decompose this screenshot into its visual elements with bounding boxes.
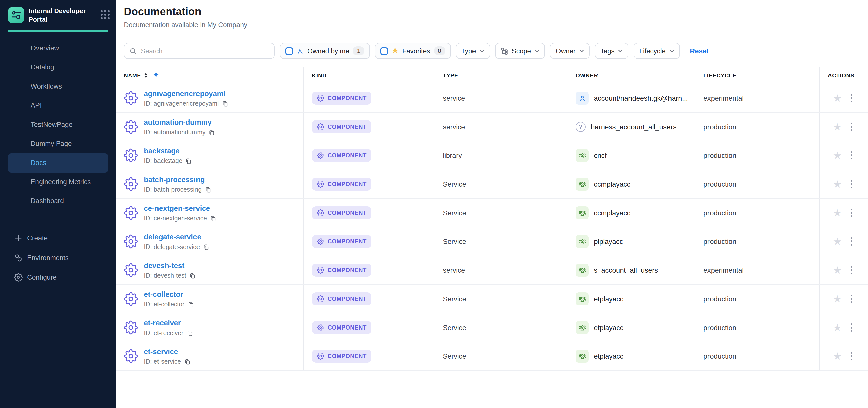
sort-icon[interactable] [145, 73, 148, 78]
entity-name-link[interactable]: devesh-test [144, 261, 184, 270]
entity-name-link[interactable]: automation-dummy [144, 118, 212, 126]
favorite-star-icon[interactable]: ★ [833, 93, 842, 103]
sidebar-item-create[interactable]: Create [0, 228, 116, 248]
entity-name-link[interactable]: batch-processing [144, 176, 205, 184]
kebab-menu-icon[interactable] [850, 351, 854, 362]
kebab-menu-icon[interactable] [850, 150, 854, 161]
entity-name-link[interactable]: ce-nextgen-service [144, 204, 210, 212]
owned-by-me-filter[interactable]: Owned by me 1 [280, 43, 370, 59]
kind-label: COMPONENT [328, 210, 367, 216]
favorite-star-icon[interactable]: ★ [833, 351, 842, 361]
group-icon [576, 292, 589, 305]
favorite-star-icon[interactable]: ★ [833, 294, 842, 304]
sidebar-item[interactable]: Overview [8, 39, 108, 58]
copy-icon[interactable] [185, 158, 192, 164]
search-input[interactable] [141, 47, 269, 55]
entity-name-link[interactable]: et-service [144, 348, 178, 356]
component-gear-icon [124, 263, 138, 277]
copy-icon[interactable] [203, 244, 209, 250]
column-header-kind: KIND [304, 67, 435, 84]
sidebar-item[interactable]: TestNewPage [8, 115, 108, 134]
entity-type: service [435, 113, 567, 141]
entity-id: ID: devesh-test [144, 272, 186, 279]
favorite-star-icon[interactable]: ★ [833, 122, 842, 132]
entity-name-link[interactable]: et-collector [144, 290, 183, 298]
kebab-menu-icon[interactable] [850, 294, 854, 304]
kebab-menu-icon[interactable] [850, 265, 854, 276]
sidebar-item[interactable]: API [8, 96, 108, 115]
owned-by-me-checkbox[interactable] [285, 47, 293, 55]
entity-lifecycle: production [695, 142, 819, 169]
owner-link[interactable]: harness_account_all_users [591, 123, 677, 131]
column-header-lifecycle: LIFECYCLE [695, 67, 819, 84]
owner-link[interactable]: plplayacc [594, 238, 623, 246]
kebab-menu-icon[interactable] [850, 208, 854, 218]
pin-icon[interactable] [153, 72, 159, 79]
copy-icon[interactable] [189, 273, 196, 279]
scope-dropdown[interactable]: Scope [495, 43, 545, 59]
copy-icon[interactable] [205, 186, 211, 193]
favorite-star-icon[interactable]: ★ [833, 179, 842, 189]
page-subtitle: Documentation available in My Company [124, 21, 860, 29]
owner-link[interactable]: account/nandeesh.gk@harn... [594, 94, 688, 102]
app-logo-icon[interactable] [8, 7, 24, 23]
entity-name-link[interactable]: agnivagenericrepoyaml [144, 90, 225, 98]
kind-label: COMPONENT [328, 353, 367, 359]
column-header-name[interactable]: NAME [116, 67, 304, 84]
lifecycle-dropdown[interactable]: Lifecycle [634, 43, 680, 59]
entity-lifecycle: experimental [695, 84, 819, 112]
copy-icon[interactable] [209, 129, 215, 135]
entity-id: ID: backstage [144, 157, 182, 164]
entity-name-link[interactable]: et-receiver [144, 319, 181, 327]
owner-link[interactable]: s_account_all_users [594, 266, 658, 274]
copy-icon[interactable] [186, 330, 193, 336]
kind-badge: COMPONENT [312, 206, 372, 219]
favorite-star-icon[interactable]: ★ [833, 322, 842, 333]
sidebar-item[interactable]: Dummy Page [8, 134, 108, 153]
table-row: automation-dummy ID: automationdummy COM… [116, 113, 868, 142]
sidebar-item[interactable]: Docs [8, 153, 108, 172]
favorite-star-icon[interactable]: ★ [833, 150, 842, 160]
copy-icon[interactable] [187, 301, 194, 308]
kebab-menu-icon[interactable] [850, 122, 854, 132]
sidebar-item-environments[interactable]: Environments [0, 248, 116, 268]
type-dropdown[interactable]: Type [456, 43, 490, 59]
hierarchy-icon [501, 47, 508, 55]
sidebar-divider [8, 30, 108, 32]
kebab-menu-icon[interactable] [850, 179, 854, 189]
sidebar-item[interactable]: Engineering Metrics [8, 172, 108, 192]
entity-name-link[interactable]: backstage [144, 147, 180, 155]
favorites-checkbox[interactable] [380, 47, 388, 55]
kind-label: COMPONENT [328, 152, 367, 158]
tags-dropdown[interactable]: Tags [595, 43, 629, 59]
sidebar-item[interactable]: Workflows [8, 77, 108, 96]
owner-link[interactable]: ccmplayacc [594, 180, 630, 188]
sidebar-item[interactable]: Catalog [8, 58, 108, 77]
copy-icon[interactable] [222, 100, 228, 107]
sidebar-item-configure[interactable]: Configure [0, 268, 116, 287]
owner-link[interactable]: etplayacc [594, 295, 623, 303]
component-gear-icon [124, 320, 138, 335]
search-box [124, 43, 275, 59]
favorites-filter[interactable]: ★ Favorites 0 [375, 43, 451, 59]
kind-badge: COMPONENT [312, 292, 372, 305]
kebab-menu-icon[interactable] [850, 237, 854, 247]
copy-icon[interactable] [210, 215, 216, 222]
kebab-menu-icon[interactable] [850, 93, 854, 103]
entity-name-link[interactable]: delegate-service [144, 233, 201, 241]
owner-dropdown[interactable]: Owner [550, 43, 590, 59]
reset-button[interactable]: Reset [690, 47, 709, 55]
favorite-star-icon[interactable]: ★ [833, 265, 842, 275]
copy-icon[interactable] [184, 358, 190, 365]
favorite-star-icon[interactable]: ★ [833, 237, 842, 247]
owner-link[interactable]: etplayacc [594, 323, 623, 332]
owner-link[interactable]: cncf [594, 151, 607, 159]
favorite-star-icon[interactable]: ★ [833, 208, 842, 218]
owner-link[interactable]: etplayacc [594, 352, 623, 360]
owner-link[interactable]: ccmplayacc [594, 209, 630, 217]
sidebar-item[interactable]: Dashboard [8, 192, 108, 211]
page-title: Documentation [124, 5, 860, 18]
kebab-menu-icon[interactable] [850, 322, 854, 333]
apps-grid-icon[interactable] [101, 10, 110, 19]
table-row: devesh-test ID: devesh-test COMPONENT se… [116, 256, 868, 285]
